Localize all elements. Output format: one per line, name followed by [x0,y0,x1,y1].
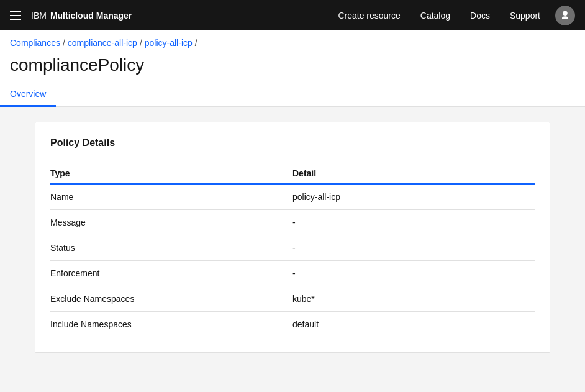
policy-details-table: Type Detail Name policy-all-icp Message … [50,163,535,337]
support-link[interactable]: Support [500,0,550,30]
table-row: Status - [50,235,535,261]
breadcrumb-sep-1: / [63,38,65,48]
row-detail-exclude-namespaces: kube* [292,286,535,312]
col-header-type: Type [50,163,292,184]
breadcrumb-compliances[interactable]: Compliances [10,38,60,48]
row-type-include-namespaces: Include Namespaces [50,312,292,337]
breadcrumb-sep-3: / [195,38,197,48]
row-detail-status: - [292,235,535,261]
main-content: Policy Details Type Detail Name policy-a… [0,107,585,386]
table-row: Message - [50,210,535,235]
row-detail-enforcement: - [292,261,535,286]
app-logo: IBM Multicloud Manager [31,11,132,21]
header-nav: Create resource Catalog Docs Support [328,0,575,30]
breadcrumb-policy-all-icp[interactable]: policy-all-icp [145,38,193,48]
tab-overview[interactable]: Overview [0,83,56,107]
page-title: compliancePolicy [10,55,575,83]
catalog-link[interactable]: Catalog [410,0,460,30]
breadcrumb-compliance-all-icp[interactable]: compliance-all-icp [68,38,137,48]
breadcrumb: Compliances / compliance-all-icp / polic… [0,30,585,53]
row-type-name: Name [50,184,292,210]
table-row: Enforcement - [50,261,535,286]
table-row: Include Namespaces default [50,312,535,337]
docs-link[interactable]: Docs [460,0,500,30]
row-type-enforcement: Enforcement [50,261,292,286]
row-detail-include-namespaces: default [292,312,535,337]
menu-icon[interactable] [10,11,21,20]
policy-details-card: Policy Details Type Detail Name policy-a… [35,122,550,353]
table-row: Exclude Namespaces kube* [50,286,535,312]
row-type-status: Status [50,235,292,261]
row-type-exclude-namespaces: Exclude Namespaces [50,286,292,312]
ibm-brand: IBM [31,11,47,21]
row-detail-name: policy-all-icp [292,184,535,210]
user-avatar[interactable] [555,6,575,25]
policy-card-title: Policy Details [50,137,535,148]
product-name: Multicloud Manager [50,11,132,21]
table-row: Name policy-all-icp [50,184,535,210]
col-header-detail: Detail [292,163,535,184]
row-detail-message: - [292,210,535,235]
page-title-section: compliancePolicy [0,53,585,83]
breadcrumb-sep-2: / [140,38,142,48]
tabs-bar: Overview [0,83,585,107]
row-type-message: Message [50,210,292,235]
create-resource-link[interactable]: Create resource [328,0,410,30]
app-header: IBM Multicloud Manager Create resource C… [0,0,585,30]
